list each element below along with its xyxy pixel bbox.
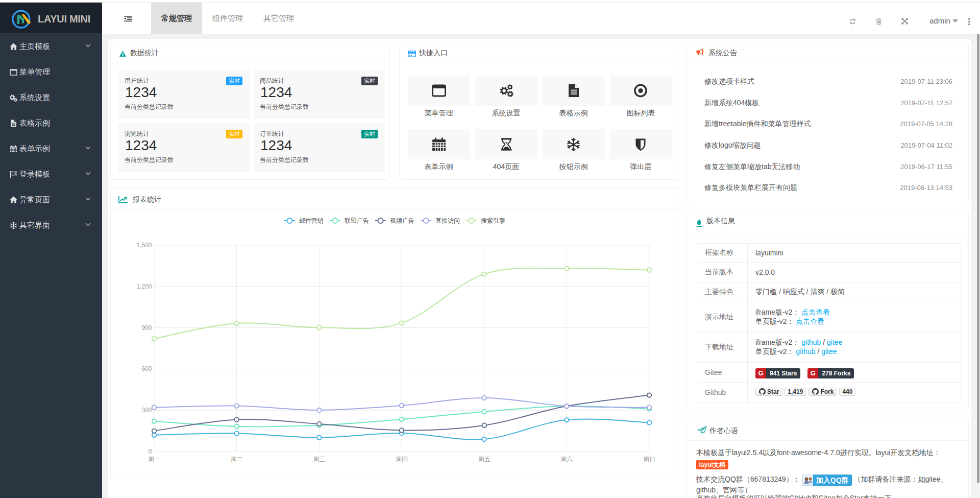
svg-text:900: 900 (141, 324, 152, 331)
svg-text:600: 600 (141, 365, 152, 372)
svg-text:300: 300 (141, 407, 152, 414)
svg-text:周五: 周五 (478, 456, 491, 463)
svg-text:周三: 周三 (313, 456, 325, 463)
svg-text:周四: 周四 (396, 456, 408, 463)
svg-text:1,500: 1,500 (136, 242, 152, 249)
svg-text:0: 0 (149, 448, 152, 455)
svg-text:周六: 周六 (560, 456, 573, 463)
svg-text:周日: 周日 (643, 456, 655, 463)
svg-text:周一: 周一 (148, 456, 160, 463)
svg-text:1,200: 1,200 (136, 283, 152, 290)
svg-text:周二: 周二 (231, 456, 243, 463)
